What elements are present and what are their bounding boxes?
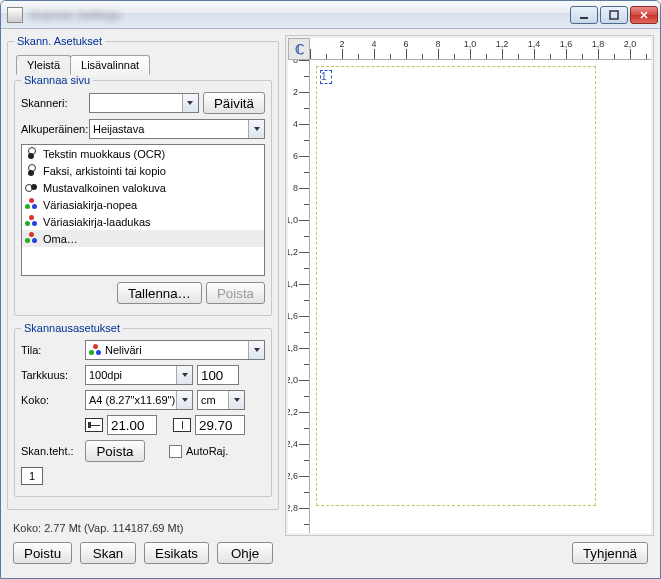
save-preset-button[interactable]: Tallenna… bbox=[117, 282, 202, 304]
status-text: Koko: 2.77 Mt (Vap. 114187.69 Mt) bbox=[7, 516, 279, 536]
list-item[interactable]: Faksi, arkistointi tai kopio bbox=[22, 162, 264, 179]
exit-button[interactable]: Poistu bbox=[13, 542, 72, 564]
ruler-tick-label: 6 bbox=[403, 39, 408, 49]
ruler-tick-label: 8 bbox=[435, 39, 440, 49]
list-item[interactable]: Väriasiakirja-nopea bbox=[22, 196, 264, 213]
scan-settings-group: Skann. Asetukset Yleistä Lisävalinnat Sk… bbox=[7, 35, 279, 510]
chevron-down-icon bbox=[176, 366, 192, 384]
size-combo[interactable]: A4 (8.27"x11.69") bbox=[85, 390, 193, 410]
ruler-tick-label: 1,8 bbox=[288, 343, 298, 353]
clear-button[interactable]: Tyhjennä bbox=[572, 542, 648, 564]
scan-options-group: Skannausasetukset Tila: Neliväri bbox=[14, 322, 272, 497]
color-icon bbox=[89, 344, 102, 357]
checkbox-icon bbox=[169, 445, 182, 458]
chevron-down-icon bbox=[182, 94, 198, 112]
list-item[interactable]: Tekstin muokkaus (OCR) bbox=[22, 145, 264, 162]
height-input[interactable] bbox=[195, 415, 245, 435]
width-icon bbox=[85, 418, 103, 432]
bottom-buttons: Poistu Skan Esikats Ohje bbox=[7, 536, 279, 572]
ruler-tick-label: 1,8 bbox=[592, 39, 605, 49]
list-item[interactable]: Väriasiakirja-laadukas bbox=[22, 213, 264, 230]
chevron-down-icon bbox=[248, 120, 264, 138]
original-label: Alkuperäinen: bbox=[21, 123, 85, 135]
height-icon bbox=[173, 418, 191, 432]
ruler-tick-label: 2,6 bbox=[288, 471, 298, 481]
left-column: Skann. Asetukset Yleistä Lisävalinnat Sk… bbox=[7, 35, 279, 572]
scanner-dialog: Scanner Settings Skann. Asetukset Yleist… bbox=[0, 0, 661, 579]
ruler-corner-icon[interactable]: ℂ bbox=[288, 38, 310, 60]
minimize-button[interactable] bbox=[570, 6, 598, 24]
list-item[interactable]: Oma… bbox=[22, 230, 264, 247]
color-icon bbox=[25, 215, 38, 228]
width-input[interactable] bbox=[107, 415, 157, 435]
ruler-tick-label: 2,2 bbox=[288, 407, 298, 417]
tab-advanced[interactable]: Lisävalinnat bbox=[70, 55, 150, 75]
page-outline bbox=[316, 66, 596, 506]
ruler-tick-label: 1,4 bbox=[528, 39, 541, 49]
scan-settings-legend: Skann. Asetukset bbox=[14, 35, 105, 47]
job-count: 1 bbox=[21, 467, 43, 485]
ruler-tick-label: 2,8 bbox=[288, 503, 298, 513]
close-button[interactable] bbox=[630, 6, 658, 24]
ruler-tick-label: 2,0 bbox=[288, 375, 298, 385]
unit-combo[interactable]: cm bbox=[197, 390, 245, 410]
ruler-tick-label: 1,6 bbox=[560, 39, 573, 49]
chevron-down-icon bbox=[176, 391, 192, 409]
bw-icon bbox=[25, 164, 38, 177]
refresh-button[interactable]: Päivitä bbox=[203, 92, 265, 114]
tab-general[interactable]: Yleistä bbox=[16, 55, 71, 75]
ruler-tick-label: 1,0 bbox=[288, 215, 298, 225]
delete-job-button[interactable]: Poista bbox=[85, 440, 145, 462]
ruler-tick-label: 8 bbox=[293, 183, 298, 193]
item-label: Mustavalkoinen valokuva bbox=[43, 182, 166, 194]
help-button[interactable]: Ohje bbox=[217, 542, 273, 564]
ruler-tick-label: 2,4 bbox=[288, 439, 298, 449]
unit-value: cm bbox=[201, 394, 228, 406]
mode-value: Neliväri bbox=[105, 344, 248, 356]
ruler-horizontal: 24681,01,21,41,61,82,0 bbox=[310, 38, 651, 60]
titlebar: Scanner Settings bbox=[1, 1, 660, 29]
ruler-tick-label: 2 bbox=[339, 39, 344, 49]
resolution-label: Tarkkuus: bbox=[21, 369, 81, 381]
mode-label: Tila: bbox=[21, 344, 81, 356]
scan-page-group: Skannaa sivu Skanneri: Päivitä bbox=[14, 74, 272, 316]
scan-button[interactable]: Skan bbox=[80, 542, 136, 564]
scan-page-legend: Skannaa sivu bbox=[21, 74, 93, 86]
ruler-tick-label: 4 bbox=[293, 119, 298, 129]
ruler-tick-label: 1,4 bbox=[288, 279, 298, 289]
app-icon bbox=[7, 7, 23, 23]
preview-button[interactable]: Esikats bbox=[144, 542, 209, 564]
maximize-button[interactable] bbox=[600, 6, 628, 24]
resolution-value: 100dpi bbox=[89, 369, 176, 381]
window-title: Scanner Settings bbox=[29, 8, 570, 22]
ruler-tick-label: 1,2 bbox=[288, 247, 298, 257]
original-combo[interactable]: Heijastava bbox=[89, 119, 265, 139]
preview-panel: ℂ 24681,01,21,41,61,82,0 024681,01,21,41… bbox=[285, 35, 654, 536]
bw-icon bbox=[25, 147, 38, 160]
resolution-input[interactable] bbox=[197, 365, 239, 385]
size-label: Koko: bbox=[21, 394, 81, 406]
preset-list[interactable]: Tekstin muokkaus (OCR)Faksi, arkistointi… bbox=[21, 144, 265, 276]
scanner-combo[interactable] bbox=[89, 93, 199, 113]
ruler-tick-label: 2,0 bbox=[624, 39, 637, 49]
autocrop-checkbox[interactable]: AutoRaj. bbox=[169, 445, 228, 458]
ruler-tick-label: 0 bbox=[293, 60, 298, 65]
delete-preset-button[interactable]: Poista bbox=[206, 282, 265, 304]
item-label: Väriasiakirja-laadukas bbox=[43, 216, 151, 228]
content: Skann. Asetukset Yleistä Lisävalinnat Sk… bbox=[1, 29, 660, 578]
mode-combo[interactable]: Neliväri bbox=[85, 340, 265, 360]
window-buttons bbox=[570, 6, 658, 24]
ruler-tick-label: 2 bbox=[293, 87, 298, 97]
scanjobs-label: Skan.teht.: bbox=[21, 445, 81, 457]
selection-number: 1 bbox=[321, 71, 327, 82]
svg-rect-0 bbox=[580, 17, 588, 19]
original-value: Heijastava bbox=[93, 123, 248, 135]
list-item[interactable]: Mustavalkoinen valokuva bbox=[22, 179, 264, 196]
ruler-tick-label: 1,6 bbox=[288, 311, 298, 321]
item-label: Tekstin muokkaus (OCR) bbox=[43, 148, 165, 160]
preview-area[interactable]: 1 bbox=[310, 60, 651, 533]
item-label: Väriasiakirja-nopea bbox=[43, 199, 137, 211]
tabs: Yleistä Lisävalinnat bbox=[14, 55, 272, 75]
resolution-combo[interactable]: 100dpi bbox=[85, 365, 193, 385]
size-value: A4 (8.27"x11.69") bbox=[89, 394, 176, 406]
